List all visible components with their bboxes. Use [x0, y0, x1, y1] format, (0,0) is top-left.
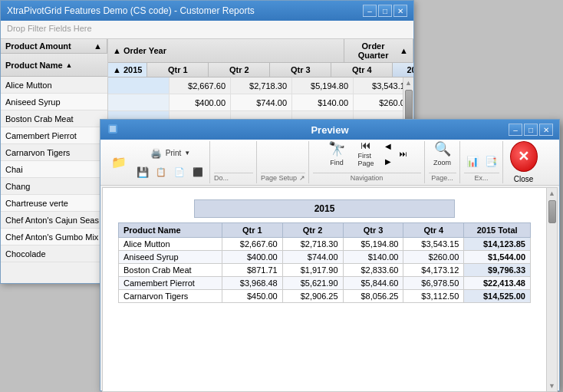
row-total: $9,796.33 — [464, 264, 531, 277]
preview-content-area: 2015 Product Name Qtr 1 Qtr 2 Qtr 3 Qtr … — [102, 187, 558, 392]
preview-window: Preview – □ ✕ 📁 🖨️ Print ▼ 💾 — [100, 119, 560, 391]
row-q1: $450.00 — [222, 290, 282, 303]
filter-drop-area[interactable]: Drop Filter Fields Here — [1, 21, 413, 39]
list-item[interactable]: Camembert Pierrot — [1, 127, 107, 144]
prev-page-button[interactable]: ◀ — [381, 139, 395, 153]
qtr4-header[interactable]: Qtr 4 — [331, 63, 393, 77]
minimize-button[interactable]: – — [363, 5, 377, 17]
sort-arrow-amount: ▲ — [94, 41, 102, 51]
row-q1: $871.71 — [222, 264, 282, 277]
sort-arrow-qtr: ▲ — [400, 46, 408, 55]
row-total: $1,544.00 — [464, 251, 531, 264]
page-setup-btn2[interactable]: 📄 — [171, 164, 188, 181]
qtr1-header[interactable]: Qtr 1 — [147, 63, 209, 77]
list-item[interactable]: Chef Anton's Gumbo Mix — [1, 229, 107, 245]
quarter-header-row: ▲ 2015 Qtr 1 Qtr 2 Qtr 3 Qtr 4 2015 Tota… — [108, 63, 413, 77]
maximize-button[interactable]: □ — [378, 5, 392, 17]
list-item[interactable]: Aniseed Syrup — [1, 94, 107, 110]
export-btn2[interactable]: 📑 — [482, 153, 499, 170]
col-product-name: Product Name — [119, 223, 222, 238]
toolbar-group-export: 📊 📑 Ex... — [461, 141, 503, 183]
preview-scrollbar[interactable]: ▲ ▼ — [546, 188, 557, 391]
page-setup-label: Page Setup ↗ — [261, 173, 305, 182]
list-item[interactable]: Alice Mutton — [1, 77, 107, 94]
row-q3: $8,056.25 — [343, 290, 403, 303]
close-icon: ✕ — [518, 148, 529, 165]
do-label: Do... — [214, 173, 253, 182]
table-row: Boston Crab Meat $871.71 $1,917.90 $2,83… — [119, 264, 531, 277]
zoom-button[interactable]: 🔍 Zoom — [429, 137, 456, 170]
list-item[interactable]: Carnarvon Tigers — [1, 144, 107, 161]
sort-arrow-name: ▲ — [66, 61, 73, 69]
year-2015-header: ▲ 2015 — [108, 63, 147, 77]
year-2015-label: 2015 — [123, 65, 142, 74]
next-page-button[interactable]: ▶ — [381, 154, 395, 168]
col-qtr1: Qtr 1 — [222, 223, 282, 238]
last-page-button[interactable]: ⏭ — [397, 147, 410, 160]
main-title-bar: XtraPivotGrid Features Demo (CS code) - … — [1, 1, 413, 21]
svg-rect-1 — [110, 126, 116, 132]
table-row: $2,667.60 $2,718.30 $5,194.80 $3,543.15 … — [108, 77, 403, 94]
preview-close[interactable]: ✕ — [539, 124, 553, 136]
order-year-label: Order Year — [123, 46, 166, 55]
zoom-label: Zoom — [433, 159, 451, 166]
alice-q2-val: $2,718.30 — [231, 77, 292, 94]
row-q3: $140.00 — [343, 251, 403, 264]
pivot-row-fields: Product Amount ▲ Product Name ▲ Alice Mu… — [1, 39, 108, 283]
close-preview-button[interactable]: ✕ — [510, 141, 538, 172]
preview-title-bar: Preview – □ ✕ — [100, 120, 559, 140]
save-button[interactable]: 💾 — [134, 164, 151, 181]
save-icon: 💾 — [137, 166, 149, 178]
year-header-row: ▲ Order Year Order Quarter ▲ — [108, 39, 413, 63]
row-name: Carnarvon Tigers — [119, 290, 222, 303]
alice-q4-val: $3,543.15 — [354, 77, 403, 94]
binoculars-icon: 🔭 — [328, 140, 346, 157]
preview-maximize[interactable]: □ — [524, 124, 538, 136]
list-item[interactable]: Chocolade — [1, 245, 107, 262]
open-button[interactable]: 📁 — [105, 143, 133, 183]
order-quarter-header[interactable]: Order Quarter ▲ — [344, 39, 413, 62]
product-name-header[interactable]: Product Name ▲ — [1, 54, 107, 77]
row-name: Alice Mutton — [119, 238, 222, 251]
col-qtr3: Qtr 3 — [343, 223, 403, 238]
row-name: Camembert Pierrot — [119, 277, 222, 290]
order-year-header[interactable]: ▲ Order Year — [108, 39, 344, 62]
row-q4: $3,112.50 — [403, 290, 464, 303]
scroll-up-btn[interactable]: ▲ — [548, 189, 555, 197]
page-setup-btn1[interactable]: 📋 — [153, 164, 170, 181]
qtr3-header[interactable]: Qtr 3 — [270, 63, 331, 77]
list-item[interactable]: Chartreuse verte — [1, 195, 107, 212]
aniseed-q1: $400.00 — [170, 94, 231, 110]
export-icon1: 📊 — [466, 156, 479, 167]
row-q2: $2,906.25 — [282, 290, 343, 303]
total-header: 2015 Total — [393, 63, 413, 77]
first-page-label: FirstPage — [358, 153, 374, 168]
scroll-thumb[interactable] — [405, 90, 413, 120]
page-setup-btn3[interactable]: ⬛ — [189, 164, 206, 181]
find-button[interactable]: 🔭 Find — [323, 137, 351, 170]
qtr2-header[interactable]: Qtr 2 — [209, 63, 270, 77]
print-arrow: ▼ — [184, 150, 190, 156]
toolbar-group-zoom: 🔍 Zoom Page... — [426, 141, 460, 183]
table-row: Alice Mutton $2,667.60 $2,718.30 $5,194.… — [119, 238, 531, 251]
export-btn1[interactable]: 📊 — [464, 153, 481, 170]
preview-minimize[interactable]: – — [509, 124, 522, 136]
prev-icon: ◀ — [385, 142, 391, 150]
last-icon: ⏭ — [400, 150, 407, 158]
print-button[interactable]: 🖨️ Print ▼ — [134, 144, 206, 163]
row-total: $14,525.00 — [464, 290, 531, 303]
preview-year-header: 2015 — [194, 199, 455, 218]
first-page-button[interactable]: ⏮ FirstPage — [352, 137, 380, 170]
list-item[interactable]: Chai — [1, 161, 107, 178]
product-amount-header[interactable]: Product Amount ▲ — [1, 39, 107, 54]
scroll-down-btn[interactable]: ▼ — [548, 382, 555, 390]
close-button[interactable]: ✕ — [393, 5, 407, 17]
list-item[interactable]: Chang — [1, 178, 107, 195]
row-name: Boston Crab Meat — [119, 264, 222, 277]
page-label: Page... — [429, 173, 456, 182]
list-item[interactable]: Chef Anton's Cajun Seas... — [1, 212, 107, 229]
toolbar-group-document: 📁 🖨️ Print ▼ 💾 📋 📄 — [102, 141, 210, 183]
alice-q1 — [108, 77, 170, 94]
preview-scroll-thumb[interactable] — [548, 200, 556, 223]
list-item[interactable]: Boston Crab Meat — [1, 110, 107, 127]
